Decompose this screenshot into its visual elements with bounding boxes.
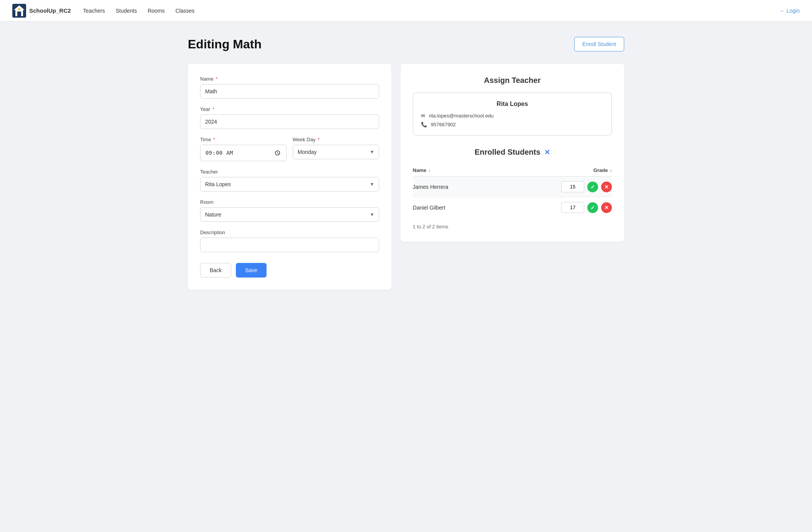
nav-rooms[interactable]: Rooms — [147, 8, 164, 14]
phone-icon: 📞 — [421, 122, 427, 127]
login-link[interactable]: → Login — [779, 8, 800, 14]
teacher-group: Teacher Rita Lopes ▼ — [200, 169, 379, 192]
weekday-select-wrapper: Monday Tuesday Wednesday Thursday Friday… — [293, 145, 379, 159]
teacher-phone: 957667902 — [431, 122, 456, 127]
grade-col-header: Grade ↕ — [495, 164, 612, 177]
name-input[interactable] — [200, 84, 379, 99]
svg-point-3 — [18, 8, 20, 10]
time-weekday-row: Time * Week Day * Monday Tuesday Wed — [200, 137, 379, 161]
teacher-phone-row: 📞 957667902 — [421, 122, 604, 127]
teacher-select-wrapper: Rita Lopes ▼ — [200, 177, 379, 192]
year-required: * — [211, 106, 214, 112]
room-select[interactable]: Nature — [200, 207, 379, 222]
enrolled-students-title: Enrolled Students — [475, 148, 540, 157]
grade-input[interactable] — [561, 181, 584, 192]
nav-students[interactable]: Students — [116, 8, 137, 14]
navbar: SchoolUp_RC2 Teachers Students Rooms Cla… — [0, 0, 812, 21]
brand-logo — [12, 4, 26, 18]
grade-input[interactable] — [561, 202, 584, 213]
grade-sort-icon[interactable]: ↕ — [610, 169, 612, 173]
main-container: Editing Math Enroll Student Name * Year … — [176, 21, 636, 305]
room-select-wrapper: Nature ▼ — [200, 207, 379, 222]
weekday-required: * — [316, 137, 320, 142]
time-input[interactable] — [200, 145, 287, 161]
student-name: Daniel Gilbert — [413, 197, 495, 218]
confirm-button[interactable]: ✓ — [587, 182, 598, 192]
page-title: Editing Math — [188, 37, 262, 51]
form-btn-row: Back Save — [200, 263, 379, 278]
pagination-text: 1 to 2 of 2 items — [413, 224, 612, 230]
nav-teachers[interactable]: Teachers — [83, 8, 105, 14]
teacher-email: rita.lopes@masterschool.edu — [429, 113, 494, 119]
teacher-label: Teacher — [200, 169, 379, 175]
weekday-label: Week Day * — [293, 137, 379, 142]
description-label: Description — [200, 230, 379, 235]
time-required: * — [212, 137, 215, 142]
teacher-select[interactable]: Rita Lopes — [200, 177, 379, 192]
close-enrolled-icon[interactable]: ✕ — [544, 148, 550, 157]
confirm-button[interactable]: ✓ — [587, 202, 598, 213]
name-group: Name * — [200, 76, 379, 99]
delete-button[interactable]: ✕ — [601, 202, 612, 213]
name-col-header: Name ↕ — [413, 164, 495, 177]
table-row: James Herrera ✓ ✕ — [413, 177, 612, 197]
name-required: * — [214, 76, 218, 82]
brand: SchoolUp_RC2 — [12, 4, 71, 18]
save-button[interactable]: Save — [236, 263, 267, 278]
time-wrapper — [200, 145, 287, 161]
email-icon: ✉ — [421, 113, 425, 119]
room-label: Room — [200, 199, 379, 205]
table-header-row: Name ↕ Grade ↕ — [413, 164, 612, 177]
page-header: Editing Math Enroll Student — [188, 37, 624, 51]
assign-teacher-title: Assign Teacher — [413, 76, 612, 85]
enrolled-students-section: Enrolled Students ✕ Name ↕ Grade ↕ — [413, 148, 612, 230]
brand-name: SchoolUp_RC2 — [29, 7, 71, 14]
login-label: Login — [787, 8, 800, 14]
nav-links: Teachers Students Rooms Classes — [83, 8, 779, 14]
year-group: Year * — [200, 106, 379, 129]
year-label: Year * — [200, 106, 379, 112]
table-row: Daniel Gilbert ✓ ✕ — [413, 197, 612, 218]
teacher-name: Rita Lopes — [421, 101, 604, 107]
students-table: Name ↕ Grade ↕ James Herrera — [413, 164, 612, 218]
description-input[interactable] — [200, 238, 379, 252]
content-grid: Name * Year * Time * — [188, 64, 624, 290]
room-group: Room Nature ▼ — [200, 199, 379, 222]
delete-button[interactable]: ✕ — [601, 182, 612, 192]
login-icon: → — [779, 8, 784, 14]
enrolled-header: Enrolled Students ✕ — [413, 148, 612, 157]
weekday-group: Week Day * Monday Tuesday Wednesday Thur… — [293, 137, 379, 161]
teacher-email-row: ✉ rita.lopes@masterschool.edu — [421, 113, 604, 119]
right-panel-card: Assign Teacher Rita Lopes ✉ rita.lopes@m… — [401, 64, 624, 242]
name-label: Name * — [200, 76, 379, 82]
assign-teacher-section: Assign Teacher Rita Lopes ✉ rita.lopes@m… — [413, 76, 612, 145]
nav-classes[interactable]: Classes — [176, 8, 195, 14]
enroll-student-button[interactable]: Enroll Student — [574, 37, 624, 51]
student-name: James Herrera — [413, 177, 495, 197]
time-label: Time * — [200, 137, 287, 142]
edit-form-card: Name * Year * Time * — [188, 64, 391, 290]
name-sort-icon[interactable]: ↕ — [429, 169, 431, 173]
svg-rect-2 — [17, 12, 21, 16]
back-button[interactable]: Back — [200, 263, 231, 278]
description-group: Description — [200, 230, 379, 252]
weekday-select[interactable]: Monday Tuesday Wednesday Thursday Friday — [293, 145, 379, 159]
year-input[interactable] — [200, 114, 379, 129]
teacher-card: Rita Lopes ✉ rita.lopes@masterschool.edu… — [413, 93, 612, 135]
grade-actions: ✓ ✕ — [495, 181, 612, 192]
grade-actions: ✓ ✕ — [495, 202, 612, 213]
time-group: Time * — [200, 137, 287, 161]
